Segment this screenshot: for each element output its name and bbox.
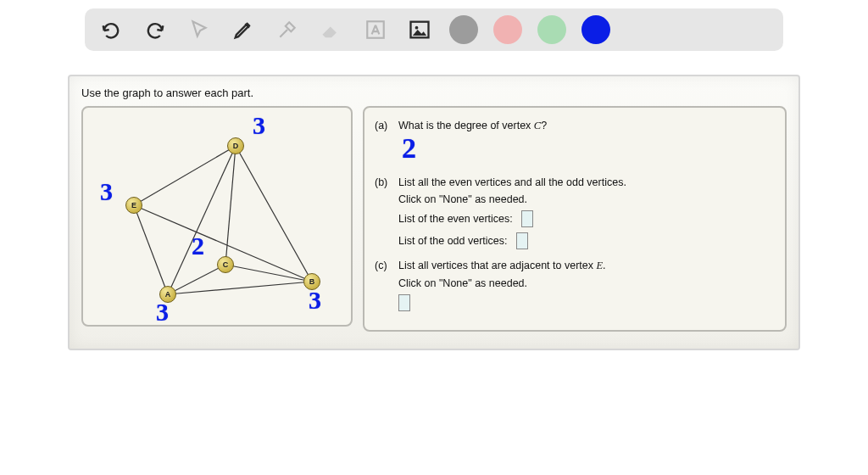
hand-label-d: 3 [253,113,265,138]
odd-vertices-label: List of the odd vertices: [398,235,508,247]
even-vertices-input[interactable] [521,210,533,227]
color-swatch-gray[interactable] [449,15,478,44]
question-a-text: What is the degree of vertex C? [398,120,775,132]
color-swatch-pink[interactable] [493,15,522,44]
vertex-e: E [125,197,142,214]
redo-button[interactable] [141,15,170,44]
svg-line-7 [225,265,312,282]
hand-label-b: 3 [309,288,321,313]
pen-icon [231,18,255,42]
even-vertices-label: List of the even vertices: [398,213,513,225]
hand-label-e: 3 [100,179,113,204]
color-swatch-blue[interactable] [581,15,610,44]
pointer-tool[interactable] [185,15,214,44]
svg-rect-0 [367,21,384,38]
cursor-icon [188,19,210,41]
question-a-label: (a) [375,120,398,171]
question-b: (b) List all the even vertices and all t… [375,176,775,254]
question-c: (c) List all vertices that are adjacent … [375,260,775,316]
color-swatch-green[interactable] [537,15,566,44]
tools-icon [276,19,298,41]
text-icon [364,19,387,41]
eraser-tool[interactable] [317,15,346,44]
instruction-text: Use the graph to answer each part. [81,87,787,99]
svg-point-2 [415,26,419,30]
redo-icon [143,18,167,42]
hand-answer-a: 2 [402,134,416,163]
hand-label-a: 3 [156,299,169,325]
question-b-label: (b) [375,176,398,254]
svg-line-4 [236,146,312,282]
pen-tool[interactable] [229,15,258,44]
question-panel: (a) What is the degree of vertex C? 2 (b… [363,106,787,332]
image-tool[interactable] [405,15,434,44]
vertex-d: D [227,137,244,154]
undo-icon [99,18,123,42]
question-c-line2: Click on "None" as needed. [398,277,775,289]
svg-line-3 [134,146,236,205]
text-tool[interactable] [361,15,390,44]
question-b-line1: List all the even vertices and all the o… [398,176,775,188]
svg-line-5 [134,205,168,294]
exercise-card: Use the graph to answer each part. D E [68,75,800,350]
graph-panel: D E C A B 3 3 2 3 3 [81,106,353,327]
odd-vertices-input[interactable] [516,232,528,249]
eraser-icon [320,18,343,42]
question-c-text: List all vertices that are adjacent to v… [398,260,775,272]
question-b-line2: Click on "None" as needed. [398,193,775,205]
tools-button[interactable] [273,15,302,44]
annotation-toolbar [85,8,783,51]
question-c-label: (c) [375,260,398,316]
adjacent-vertices-input[interactable] [398,294,410,311]
hand-label-c: 2 [192,233,204,259]
vertex-c: C [217,256,234,273]
image-icon [408,18,431,42]
question-a: (a) What is the degree of vertex C? 2 [375,120,775,171]
undo-button[interactable] [97,15,125,44]
